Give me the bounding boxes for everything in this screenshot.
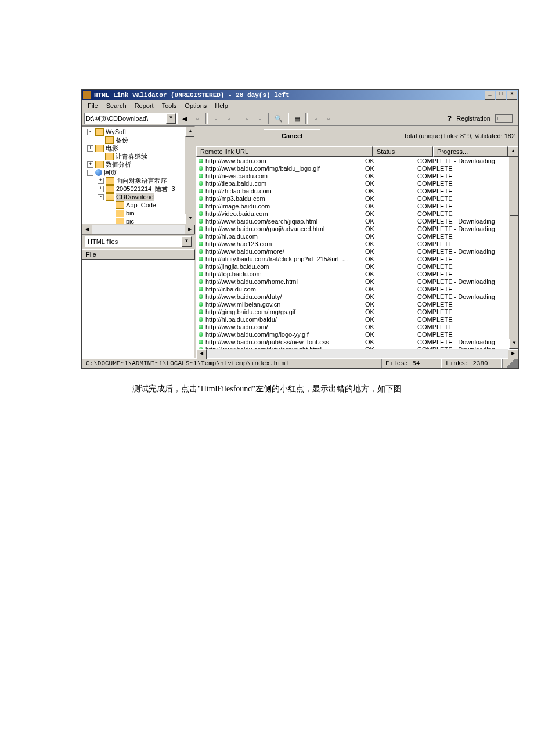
tree-item[interactable]: bin (82, 209, 194, 217)
tree-vscroll[interactable]: ▲ ▼ (185, 127, 194, 224)
link-row[interactable]: http://utility.baidu.com/traf/click.php?… (196, 255, 518, 262)
file-column-header[interactable]: File (82, 249, 195, 260)
minimize-button[interactable]: _ (485, 91, 495, 100)
titlebar[interactable]: HTML Link Validator (UNREGISTERED) - 28 … (82, 90, 518, 100)
link-row[interactable]: http://www.baidu.com/gaoji/advanced.html… (196, 225, 518, 232)
menu-file[interactable]: File (84, 101, 102, 110)
folder-tree[interactable]: -WySoft备份+电影让青春继续+数值分析-网页+面向对象语言程序+20050… (82, 127, 194, 225)
registration-link[interactable]: Registration (456, 115, 490, 122)
files-list[interactable] (82, 260, 195, 358)
link-row[interactable]: http://www.baidu.com/duty/OKCOMPLETE - D… (196, 293, 518, 300)
scroll-right-button[interactable]: ▶ (508, 349, 518, 359)
tree-item[interactable]: +2005021214_陆君_3 (82, 185, 194, 193)
maximize-button[interactable]: □ (496, 91, 506, 100)
expand-toggle[interactable]: - (87, 129, 93, 135)
scroll-left-button[interactable]: ◀ (196, 349, 207, 359)
back-button[interactable]: ◀ (179, 113, 190, 124)
col-status-header[interactable]: Status (373, 146, 433, 157)
status-dot-icon (199, 181, 203, 186)
link-row[interactable]: http://www.baidu.com/OKCOMPLETE (196, 323, 518, 330)
filter-combobox[interactable]: HTML files ▼ (85, 236, 192, 247)
tb-btn-6[interactable]: ▫ (310, 113, 322, 124)
ticket-icon[interactable] (495, 114, 513, 123)
link-row[interactable]: http://www.baidu.comOKCOMPLETE - Downloa… (196, 157, 518, 164)
link-row[interactable]: http://www.baidu.com/search/jiqiao.htmlO… (196, 217, 518, 225)
menu-search[interactable]: Search (103, 101, 130, 110)
tree-item[interactable]: +电影 (82, 144, 194, 152)
scroll-thumb[interactable] (186, 172, 195, 196)
tree-hscroll[interactable]: ◀ ▶ (82, 225, 195, 234)
link-row[interactable]: http://www.baidu.com/pub/css/new_font.cs… (196, 338, 518, 345)
scroll-thumb[interactable] (510, 157, 518, 216)
tb-btn-5[interactable]: ▫ (254, 113, 266, 124)
link-row[interactable]: http://www.baidu.com/home.htmlOKCOMPLETE… (196, 278, 518, 285)
tb-btn-7[interactable]: ▫ (323, 113, 334, 124)
tree-item[interactable]: pic (82, 217, 194, 225)
tb-btn-doc[interactable]: ▤ (291, 113, 303, 124)
link-row[interactable]: http://www.hao123.comOKCOMPLETE (196, 240, 518, 247)
list-hscroll[interactable]: ◀ ▶ (196, 349, 518, 358)
links-list[interactable]: http://www.baidu.comOKCOMPLETE - Downloa… (196, 157, 518, 349)
link-row[interactable]: http://www.baidu.com/more/OKCOMPLETE - D… (196, 247, 518, 255)
expand-toggle[interactable]: - (98, 194, 104, 200)
expand-toggle[interactable]: + (98, 178, 104, 184)
link-row[interactable]: http://www.baidu.com/img/baidu_logo.gifO… (196, 164, 518, 172)
link-row[interactable]: http://video.baidu.comOKCOMPLETE (196, 210, 518, 217)
link-row[interactable]: http://www.baidu.com/duty/copyright.html… (196, 345, 518, 349)
cancel-button[interactable]: Cancel (264, 129, 320, 142)
link-row[interactable]: http://tieba.baidu.comOKCOMPLETE (196, 179, 518, 187)
tree-item[interactable]: App_Code (82, 201, 194, 209)
link-row[interactable]: http://news.baidu.comOKCOMPLETE (196, 172, 518, 179)
link-status: OK (365, 271, 417, 278)
link-row[interactable]: http://gimg.baidu.com/img/gs.gifOKCOMPLE… (196, 308, 518, 315)
link-url: http://hi.baidu.com (205, 233, 365, 240)
link-row[interactable]: http://zhidao.baidu.comOKCOMPLETE (196, 187, 518, 195)
link-row[interactable]: http://www.baidu.com/img/logo-yy.gifOKCO… (196, 330, 518, 338)
link-status: OK (365, 255, 417, 262)
link-row[interactable]: http://ir.baidu.comOKCOMPLETE (196, 285, 518, 293)
col-progress-header[interactable]: Progress... (433, 146, 508, 157)
path-dropdown-button[interactable]: ▼ (166, 113, 176, 124)
link-row[interactable]: http://www.miibeian.gov.cnOKCOMPLETE (196, 300, 518, 308)
tree-item[interactable]: -网页 (82, 168, 194, 177)
tree-item[interactable]: -WySoft (82, 128, 194, 136)
tree-item[interactable]: +数值分析 (82, 160, 194, 168)
tree-item[interactable]: +面向对象语言程序 (82, 177, 194, 185)
search-icon[interactable]: 🔍 (273, 113, 284, 124)
link-row[interactable]: http://image.baidu.comOKCOMPLETE (196, 202, 518, 210)
scroll-down-button[interactable]: ▼ (509, 339, 518, 349)
link-status: OK (365, 233, 417, 240)
tree-item[interactable]: 让青春继续 (82, 152, 194, 160)
link-row[interactable]: http://hi.baidu.comOKCOMPLETE (196, 232, 518, 240)
link-row[interactable]: http://mp3.baidu.comOKCOMPLETE (196, 195, 518, 202)
menu-tools[interactable]: Tools (158, 101, 181, 110)
tb-btn-4[interactable]: ▫ (241, 113, 253, 124)
menu-options[interactable]: Options (181, 101, 210, 110)
scroll-up-button[interactable]: ▲ (185, 127, 195, 137)
resize-grip[interactable] (502, 359, 518, 368)
tree-item[interactable]: 备份 (82, 136, 194, 144)
tb-btn-1[interactable]: ▫ (192, 113, 203, 124)
close-button[interactable]: × (507, 91, 517, 100)
help-icon[interactable]: ? (447, 114, 452, 123)
expand-toggle[interactable]: + (87, 145, 93, 152)
filter-dropdown-button[interactable]: ▼ (182, 236, 192, 247)
scroll-up-button[interactable]: ▲ (508, 146, 518, 157)
menu-report[interactable]: Report (131, 101, 157, 110)
col-url-header[interactable]: Remote link URL (196, 146, 373, 157)
scroll-down-button[interactable]: ▼ (185, 214, 195, 224)
list-vscroll[interactable]: ▼ (509, 157, 518, 349)
expand-toggle[interactable]: + (98, 186, 104, 192)
path-input[interactable]: D:\网页\CDDownload\ ▼ (84, 113, 178, 124)
link-row[interactable]: http://hi.baidu.com/baidu/OKCOMPLETE (196, 315, 518, 323)
link-row[interactable]: http://jingjia.baidu.comOKCOMPLETE (196, 262, 518, 270)
tree-item[interactable]: -CDDownload (82, 193, 194, 201)
tb-btn-3[interactable]: ▫ (223, 113, 234, 124)
expand-toggle[interactable]: - (87, 170, 93, 176)
menu-help[interactable]: Help (211, 101, 232, 110)
link-url: http://www.baidu.com (205, 157, 365, 164)
link-row[interactable]: http://top.baidu.comOKCOMPLETE (196, 270, 518, 278)
tree-label: 让青春继续 (116, 152, 147, 160)
expand-toggle[interactable]: + (87, 161, 93, 168)
tb-btn-2[interactable]: ▫ (210, 113, 222, 124)
